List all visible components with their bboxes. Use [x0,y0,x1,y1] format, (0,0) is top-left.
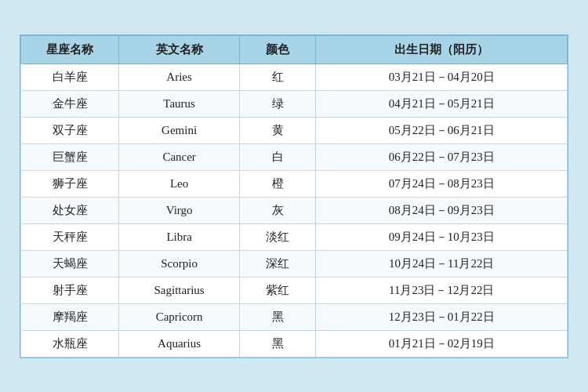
header-date: 出生日期（阳历） [316,35,568,64]
table-row: 天蝎座Scorpio深红10月24日－11月22日 [21,250,568,277]
cell-zh: 射手座 [21,277,119,303]
zodiac-table-wrapper: 星座名称 英文名称 颜色 出生日期（阳历） 白羊座Aries红03月21日－04… [20,34,568,358]
cell-zh: 摩羯座 [21,303,119,330]
cell-zh: 金牛座 [21,90,119,117]
cell-en: Taurus [119,90,239,117]
cell-zh: 双子座 [21,117,119,143]
cell-zh: 天秤座 [21,223,119,250]
cell-date: 07月24日－08月23日 [316,170,568,197]
cell-color: 白 [239,143,316,170]
cell-color: 深红 [239,250,316,277]
table-header-row: 星座名称 英文名称 颜色 出生日期（阳历） [21,35,568,64]
cell-date: 03月21日－04月20日 [316,64,568,90]
cell-zh: 狮子座 [21,170,119,197]
cell-color: 红 [239,64,316,90]
cell-date: 08月24日－09月23日 [316,197,568,223]
cell-date: 09月24日－10月23日 [316,223,568,250]
table-row: 双子座Gemini黄05月22日－06月21日 [21,117,568,143]
table-row: 巨蟹座Cancer白06月22日－07月23日 [21,143,568,170]
cell-color: 黄 [239,117,316,143]
cell-zh: 处女座 [21,197,119,223]
header-en: 英文名称 [119,35,239,64]
cell-zh: 天蝎座 [21,250,119,277]
cell-en: Aries [119,64,239,90]
table-row: 摩羯座Capricorn黑12月23日－01月22日 [21,303,568,330]
table-row: 白羊座Aries红03月21日－04月20日 [21,64,568,90]
cell-en: Scorpio [119,250,239,277]
header-zh: 星座名称 [21,35,119,64]
cell-color: 绿 [239,90,316,117]
cell-color: 灰 [239,197,316,223]
table-row: 狮子座Leo橙07月24日－08月23日 [21,170,568,197]
table-row: 天秤座Libra淡红09月24日－10月23日 [21,223,568,250]
header-color: 颜色 [239,35,316,64]
cell-date: 05月22日－06月21日 [316,117,568,143]
cell-zh: 白羊座 [21,64,119,90]
cell-color: 橙 [239,170,316,197]
cell-zh: 水瓶座 [21,330,119,357]
zodiac-table: 星座名称 英文名称 颜色 出生日期（阳历） 白羊座Aries红03月21日－04… [20,35,568,358]
table-row: 处女座Virgo灰08月24日－09月23日 [21,197,568,223]
cell-date: 11月23日－12月22日 [316,277,568,303]
table-row: 水瓶座Aquarius黑01月21日－02月19日 [21,330,568,357]
table-row: 金牛座Taurus绿04月21日－05月21日 [21,90,568,117]
cell-en: Libra [119,223,239,250]
cell-date: 06月22日－07月23日 [316,143,568,170]
cell-date: 04月21日－05月21日 [316,90,568,117]
cell-date: 12月23日－01月22日 [316,303,568,330]
cell-color: 紫红 [239,277,316,303]
cell-en: Capricorn [119,303,239,330]
cell-zh: 巨蟹座 [21,143,119,170]
cell-en: Cancer [119,143,239,170]
cell-date: 01月21日－02月19日 [316,330,568,357]
cell-date: 10月24日－11月22日 [316,250,568,277]
cell-en: Aquarius [119,330,239,357]
cell-color: 黑 [239,303,316,330]
table-row: 射手座Sagittarius紫红11月23日－12月22日 [21,277,568,303]
cell-color: 黑 [239,330,316,357]
cell-color: 淡红 [239,223,316,250]
cell-en: Sagittarius [119,277,239,303]
cell-en: Leo [119,170,239,197]
cell-en: Gemini [119,117,239,143]
cell-en: Virgo [119,197,239,223]
